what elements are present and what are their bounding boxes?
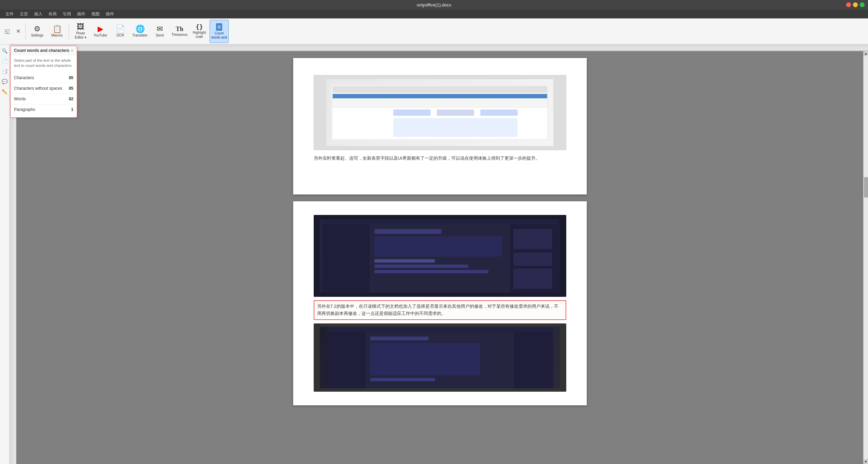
app-title: onlyoffice(1).docx	[417, 2, 452, 8]
stat-paragraphs-label: Paragraphs	[14, 107, 35, 112]
sidebar-comment-icon[interactable]: 💬	[1, 78, 9, 85]
ruler-horizontal	[10, 44, 868, 51]
menu-home[interactable]: 主页	[17, 11, 31, 18]
sidebar-doc-icon[interactable]: 📄	[1, 57, 9, 65]
sidebar-outline-icon[interactable]: 📑	[1, 68, 9, 75]
youtube-icon: ▶	[98, 25, 103, 33]
page-1-text: 另外实时查看起、连写，全新表里字段以及UI界面都有了一定的升级，可以说在使用体验…	[314, 154, 566, 162]
plugin-panel-close-btn[interactable]: ×	[71, 48, 73, 53]
close-btn[interactable]	[846, 2, 851, 7]
svg-rect-29	[370, 343, 480, 375]
left-sidebar: 🔍 📄 📑 💬 ✏️	[0, 44, 10, 464]
settings-label: Settings	[31, 33, 43, 38]
menu-plugins[interactable]: 插件	[74, 11, 88, 18]
send-icon: ✉	[157, 25, 163, 33]
image-svg-3	[320, 327, 560, 388]
stat-words-label: Words	[14, 97, 26, 101]
svg-rect-30	[370, 378, 435, 381]
svg-rect-4	[332, 94, 547, 98]
scrollbar-vertical[interactable]: ▲ ▼	[863, 51, 868, 464]
sidebar-search-icon[interactable]: 🔍	[1, 47, 9, 55]
photo-editor-icon: 🖼	[77, 23, 84, 31]
menu-plugins2[interactable]: 插件	[103, 11, 117, 18]
document-page-2: 另外在7.2的版本中，在只读模式下的文档也加入了选择是否显示来自其他用户的修改，…	[293, 201, 587, 405]
page-2-image	[314, 215, 566, 297]
settings-icon: ⚙	[34, 25, 41, 33]
youtube-btn[interactable]: ▶ YouTube	[91, 20, 110, 43]
scroll-down-btn[interactable]: ▼	[864, 459, 868, 464]
highlighted-text: 另外在7.2的版本中，在只读模式下的文档也加入了选择是否显示来自其他用户的修改，…	[317, 304, 558, 316]
svg-rect-13	[369, 224, 510, 293]
menu-bar: 文件 主页 插入 布局 引用 插件 视图 插件	[0, 10, 868, 18]
send-label: Send	[156, 33, 163, 38]
page-1-image-1	[314, 75, 566, 150]
image-svg-1	[331, 81, 549, 145]
highlight-code-icon: {}	[196, 24, 203, 30]
send-btn[interactable]: ✉ Send	[150, 20, 169, 43]
toolbar-sep-1	[25, 23, 26, 40]
translator-btn[interactable]: 🌐 Translator	[130, 20, 150, 43]
menu-insert[interactable]: 插入	[31, 11, 45, 18]
min-btn[interactable]	[853, 2, 858, 7]
document-page-1: 另外实时查看起、连写，全新表里字段以及UI界面都有了一定的升级，可以说在使用体验…	[293, 58, 587, 194]
plugin-panel: Count words and characters × Select part…	[10, 46, 77, 118]
stat-characters-no-spaces-value: 85	[69, 86, 73, 91]
thesaurus-label: Thesaurus	[171, 33, 187, 37]
translator-icon: 🌐	[136, 25, 145, 33]
svg-rect-15	[374, 229, 441, 234]
count-words-icon: ≡	[216, 23, 223, 31]
svg-rect-9	[393, 118, 517, 137]
toolbar: ◱ ✕ ⚙ Settings 📋 Macros 🖼 Photo Editor ▾…	[0, 18, 868, 44]
scroll-thumb[interactable]	[864, 177, 868, 198]
menu-view[interactable]: 视图	[89, 11, 102, 18]
highlight-code-label: Highlight code	[190, 31, 208, 39]
menu-references[interactable]: 引用	[60, 11, 74, 18]
page-2-image-2	[314, 323, 566, 392]
doc-scroll-area[interactable]: 另外实时查看起、连写，全新表里字段以及UI界面都有了一定的升级，可以说在使用体验…	[10, 51, 868, 464]
svg-rect-17	[374, 259, 435, 263]
svg-rect-6	[393, 110, 430, 116]
stat-paragraphs: Paragraphs 1	[14, 104, 73, 115]
menu-layout[interactable]: 布局	[46, 11, 59, 18]
plugin-panel-body: Select part of the text or the whole tex…	[11, 55, 77, 117]
svg-rect-11	[323, 219, 557, 224]
plugin-panel-title: Count words and characters	[14, 48, 69, 53]
sidebar-edit-icon[interactable]: ✏️	[1, 88, 9, 96]
page-2-image-2-inner	[320, 327, 560, 388]
translator-label: Translator	[132, 33, 148, 38]
count-words-btn[interactable]: ≡ Count words and	[210, 20, 229, 43]
thesaurus-icon: Th	[176, 26, 183, 32]
svg-rect-22	[514, 269, 552, 289]
ocr-icon: 📄	[116, 25, 125, 33]
svg-rect-28	[370, 336, 429, 340]
stat-words-value: 82	[69, 97, 73, 101]
toolbar-small-btn-1[interactable]: ◱	[2, 20, 12, 43]
svg-rect-24	[327, 327, 553, 332]
page-1-image-inner	[326, 79, 553, 146]
photo-editor-btn[interactable]: 🖼 Photo Editor ▾	[71, 20, 90, 43]
plugin-panel-header: Count words and characters ×	[11, 46, 77, 55]
doc-pages: 另外实时查看起、连写，全新表里字段以及UI界面都有了一定的升级，可以说在使用体验…	[16, 51, 863, 464]
scroll-up-btn[interactable]: ▲	[864, 51, 868, 56]
toolbar-small-btn-2[interactable]: ✕	[13, 20, 23, 43]
window-controls	[846, 2, 865, 7]
ocr-label: OCR	[116, 33, 124, 38]
svg-rect-16	[374, 236, 502, 257]
youtube-label: YouTube	[94, 33, 107, 38]
thesaurus-btn[interactable]: Th Thesaurus	[170, 20, 189, 43]
ocr-btn[interactable]: 📄 OCR	[111, 20, 130, 43]
macros-label: Macros	[52, 33, 63, 38]
stat-characters-label: Characters	[14, 75, 34, 80]
svg-rect-18	[374, 265, 468, 268]
menu-file[interactable]: 文件	[3, 11, 16, 18]
page-1-content: 另外实时查看起、连写，全新表里字段以及UI界面都有了一定的升级，可以说在使用体验…	[314, 75, 566, 162]
settings-btn[interactable]: ⚙ Settings	[28, 20, 47, 43]
macros-btn[interactable]: 📋 Macros	[47, 20, 67, 43]
macros-icon: 📋	[53, 25, 62, 33]
image-svg-2	[320, 219, 560, 293]
max-btn[interactable]	[860, 2, 865, 7]
svg-rect-8	[480, 110, 517, 116]
page-2-image-inner	[320, 219, 560, 293]
scroll-track[interactable]	[864, 56, 868, 459]
highlight-code-btn[interactable]: {} Highlight code	[190, 20, 209, 43]
